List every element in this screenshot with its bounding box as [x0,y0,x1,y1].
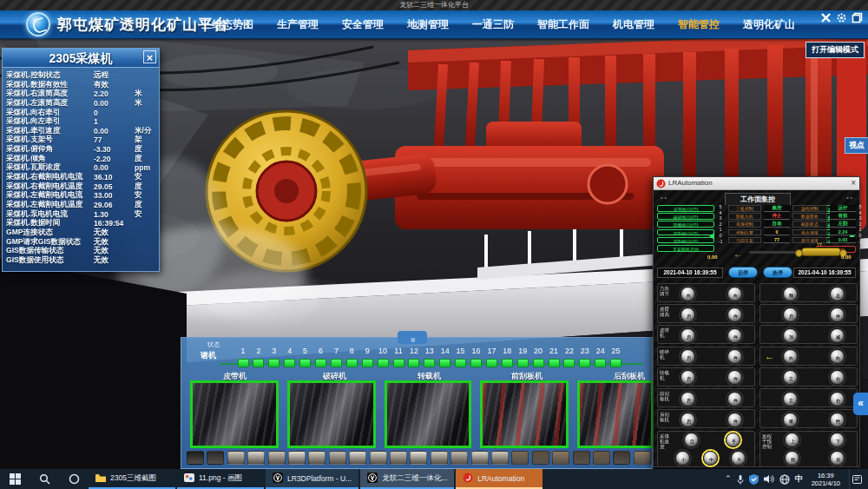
intervene-button[interactable]: 上升 [785,433,799,447]
viewpoint-tab[interactable]: 视点 [845,137,868,154]
group-button[interactable]: 启动 [681,307,695,322]
restore-window-icon[interactable] [852,12,863,23]
group-button[interactable]: 顺启 [783,287,798,301]
group-button[interactable]: 停止 [830,307,845,322]
open-edit-mode-button[interactable]: 打开编辑模式 [806,42,865,58]
support-status-led[interactable] [486,359,497,367]
support-status-led[interactable] [378,359,389,367]
group-button[interactable]: 启动 [681,328,695,343]
estop-blue-button[interactable]: 急停 [763,267,792,278]
mode-button[interactable]: 手动 [726,433,740,447]
group-button[interactable]: 向左 [783,349,798,364]
support-status-led[interactable] [346,359,358,367]
film-thumb[interactable] [247,451,265,465]
film-thumb[interactable] [187,451,204,465]
lr-close-icon[interactable]: × [851,178,856,188]
group-button[interactable]: 加速 [783,328,798,343]
settings-gear-icon[interactable] [836,12,847,23]
film-thumb[interactable] [268,451,286,465]
support-status-led[interactable] [595,359,606,367]
lr-command-1[interactable]: 破碎机(运行) [657,213,714,220]
support-status-led[interactable] [549,359,560,367]
support-status-led[interactable] [502,359,513,367]
taskbar-app-0[interactable]: 2305三维截图 [89,469,175,489]
group-button[interactable]: 右降 [830,392,845,406]
group-button[interactable]: 喷雾 [783,413,798,427]
tray-expand-icon[interactable]: ⌃ [725,469,732,489]
group-button[interactable]: 停止 [727,307,742,322]
shearer-position-slider[interactable]: ← 77 [727,244,857,261]
group-button[interactable]: 启动 [681,370,695,385]
film-thumb[interactable] [390,451,407,465]
group-button[interactable]: 启动 [783,307,798,322]
start-stop-button[interactable]: 启停 [728,267,758,278]
support-status-led[interactable] [470,359,482,367]
film-thumb[interactable] [613,451,630,465]
group-button[interactable]: 启动 [681,413,695,427]
group-button[interactable]: 减速 [830,328,845,343]
taskbar-app-2[interactable]: LR3DPlatform - U... [266,469,358,489]
group-button[interactable]: 停止 [727,370,742,385]
speed-button[interactable]: 大速 [731,451,746,466]
nav-item-0[interactable]: 三维态势图 [201,17,253,32]
support-status-led[interactable] [315,359,326,367]
camera-thumb-4[interactable] [480,380,569,448]
film-thumb[interactable] [410,451,427,465]
machine-panel-close-icon[interactable]: × [143,50,156,63]
nav-item-3[interactable]: 地测管理 [407,17,449,32]
nav-item-1[interactable]: 生产管理 [277,17,319,32]
lr-command-0[interactable]: 皮带机(运行) [657,205,714,212]
nav-item-8[interactable]: 透明化矿山 [743,17,795,32]
support-status-led[interactable] [408,359,419,367]
film-thumb[interactable] [552,451,569,465]
group-button[interactable]: 启动 [681,349,695,364]
group-button[interactable]: 启动 [681,392,695,406]
support-status-led[interactable] [610,359,621,367]
film-thumb[interactable] [491,451,509,465]
lr-command-2[interactable]: 转载机(运行) [657,221,714,228]
intervene-button[interactable]: 前进 [785,451,799,466]
film-thumb[interactable] [349,451,366,465]
group-button[interactable]: 总停 [830,287,845,301]
group-button[interactable]: 停止 [727,413,742,427]
film-thumb[interactable] [532,451,549,465]
group-button[interactable]: 右升 [830,370,845,385]
ime-indicator[interactable]: 中 [795,469,803,489]
group-button[interactable]: 向左 [681,287,695,301]
nav-item-7[interactable]: 智能管控 [678,17,720,32]
support-status-led[interactable] [299,359,311,367]
lr-command-4[interactable]: 后刮板(运行) [657,237,714,244]
speed-button[interactable]: 中速 [703,451,718,466]
mode-button[interactable]: 自动 [684,433,699,447]
group-button[interactable]: 左降 [783,392,798,406]
support-status-led[interactable] [424,359,435,367]
lr-command-3[interactable]: 前刮板(运行) [657,229,714,236]
nav-item-6[interactable]: 机电管理 [613,17,654,32]
film-thumb[interactable] [511,451,529,465]
action-center-button[interactable] [849,469,865,489]
support-status-led[interactable] [533,359,544,367]
group-button[interactable]: 停止 [727,349,742,364]
nav-item-2[interactable]: 安全管理 [342,17,384,32]
group-button[interactable]: 停止 [727,392,742,406]
shearer-glyph[interactable] [801,248,841,256]
search-button[interactable] [30,469,59,489]
taskbar-app-3[interactable]: 龙软二三维一体化... [360,469,454,489]
support-status-led[interactable] [579,359,590,367]
lr-titlebar[interactable]: LRAutomation × [654,177,859,190]
film-thumb[interactable] [450,451,468,465]
film-thumb[interactable] [329,451,346,465]
taskbar-clock[interactable]: 16:39 2021/4/10 [808,472,844,487]
group-button[interactable]: 停止 [727,328,742,343]
tools-wrench-icon[interactable] [820,12,832,23]
strip-collapse-chevron-icon[interactable]: « [398,331,427,344]
support-status-led[interactable] [439,359,450,367]
film-thumb[interactable] [593,451,610,465]
face-control-tab[interactable]: 工作面集控 [725,193,791,205]
camera-thumb-3[interactable] [385,380,471,448]
support-status-led[interactable] [393,359,404,367]
group-button[interactable]: 向右 [727,287,742,301]
group-button[interactable]: 照明 [830,413,845,427]
film-thumb[interactable] [431,451,448,465]
taskbar-app-1[interactable]: 11.png - 画图 [177,469,264,489]
